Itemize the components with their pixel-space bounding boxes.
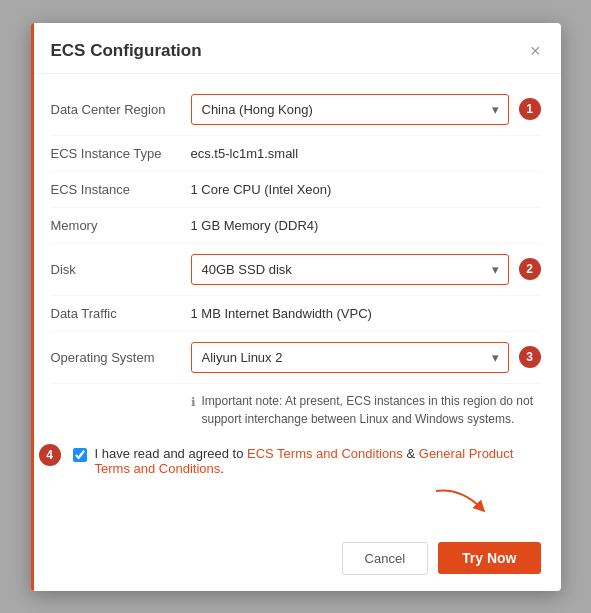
data-traffic-label: Data Traffic [51, 306, 191, 321]
operating-system-select[interactable]: Aliyun Linux 2 CentOS 7.9 Ubuntu 18.04 W… [191, 342, 509, 373]
data-traffic-value: 1 MB Internet Bandwidth (VPC) [191, 306, 541, 321]
disk-select-wrapper: 40GB SSD disk 80GB SSD disk 100GB SSD di… [191, 254, 509, 285]
memory-label: Memory [51, 218, 191, 233]
cancel-button[interactable]: Cancel [342, 542, 428, 575]
arrow-container [51, 482, 541, 514]
disk-row: Disk 40GB SSD disk 80GB SSD disk 100GB S… [51, 244, 541, 296]
ecs-config-modal: ECS Configuration × Data Center Region C… [31, 23, 561, 591]
modal-overlay: ECS Configuration × Data Center Region C… [0, 0, 591, 613]
agree-prefix: I have read and agreed to [95, 446, 248, 461]
memory-row: Memory 1 GB Memory (DDR4) [51, 208, 541, 244]
agree-text: I have read and agreed to ECS Terms and … [95, 446, 541, 476]
ecs-instance-value: 1 Core CPU (Intel Xeon) [191, 182, 541, 197]
modal-title: ECS Configuration [51, 41, 202, 61]
ecs-terms-link[interactable]: ECS Terms and Conditions [247, 446, 403, 461]
arrow-icon [431, 486, 491, 514]
modal-footer: Cancel Try Now [31, 530, 561, 591]
operating-system-label: Operating System [51, 350, 191, 365]
ecs-instance-label: ECS Instance [51, 182, 191, 197]
ecs-instance-type-label: ECS Instance Type [51, 146, 191, 161]
accent-bar [31, 23, 34, 591]
agree-suffix: . [220, 461, 224, 476]
operating-system-select-wrapper: Aliyun Linux 2 CentOS 7.9 Ubuntu 18.04 W… [191, 342, 509, 373]
modal-body: Data Center Region China (Hong Kong) Chi… [31, 74, 561, 530]
step-4-badge: 4 [39, 444, 61, 466]
try-now-button[interactable]: Try Now [438, 542, 540, 574]
step-3-badge: 3 [519, 346, 541, 368]
memory-value: 1 GB Memory (DDR4) [191, 218, 541, 233]
data-center-region-select[interactable]: China (Hong Kong) China (Shanghai) China… [191, 94, 509, 125]
info-icon: ℹ [191, 393, 196, 411]
data-center-region-row: Data Center Region China (Hong Kong) Chi… [51, 84, 541, 136]
disk-label: Disk [51, 262, 191, 277]
agree-checkbox[interactable] [73, 448, 87, 462]
agree-section: 4 I have read and agreed to ECS Terms an… [51, 436, 541, 482]
data-center-region-select-wrapper: China (Hong Kong) China (Shanghai) China… [191, 94, 509, 125]
ecs-instance-type-row: ECS Instance Type ecs.t5-lc1m1.small [51, 136, 541, 172]
disk-select[interactable]: 40GB SSD disk 80GB SSD disk 100GB SSD di… [191, 254, 509, 285]
ecs-instance-type-value: ecs.t5-lc1m1.small [191, 146, 541, 161]
data-center-region-label: Data Center Region [51, 102, 191, 117]
operating-system-row: Operating System Aliyun Linux 2 CentOS 7… [51, 332, 541, 384]
note-section: ℹ Important note: At present, ECS instan… [51, 384, 541, 436]
note-text: Important note: At present, ECS instance… [202, 392, 541, 428]
close-button[interactable]: × [530, 42, 541, 60]
step-2-badge: 2 [519, 258, 541, 280]
step-1-badge: 1 [519, 98, 541, 120]
agree-separator: & [403, 446, 419, 461]
data-traffic-row: Data Traffic 1 MB Internet Bandwidth (VP… [51, 296, 541, 332]
ecs-instance-row: ECS Instance 1 Core CPU (Intel Xeon) [51, 172, 541, 208]
modal-header: ECS Configuration × [31, 23, 561, 74]
